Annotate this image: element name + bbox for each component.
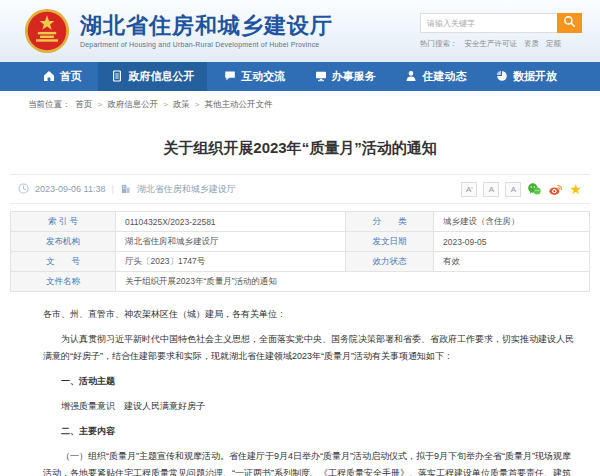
info-value-index: 01104325X/2023-22581 <box>116 212 346 232</box>
building-icon <box>120 183 131 196</box>
breadcrumb-item-other-docs[interactable]: 其他主动公开文件 <box>205 99 273 111</box>
section-heading-content: 二、主要内容 <box>43 423 578 440</box>
search-icon <box>563 15 576 31</box>
section-heading-theme: 一、活动主题 <box>43 373 578 390</box>
article-meta-bar: 2023-09-06 11:38 | 湖北省住房和城乡建设厅 A' A A ★ <box>10 174 590 204</box>
breadcrumb-item-home[interactable]: 首页 <box>76 99 93 111</box>
hot-search-label: 热门搜索： <box>420 39 458 49</box>
search-button[interactable] <box>557 13 582 33</box>
article-body: 各市、州、直管市、神农架林区住（城）建局，各有关单位： 为认真贯彻习近平新时代中… <box>0 292 600 476</box>
nav-label: 办事服务 <box>332 69 376 84</box>
publish-source: 湖北省住房和城乡建设厅 <box>137 183 236 196</box>
home-icon <box>43 70 55 84</box>
monitor-icon <box>315 70 327 84</box>
font-size-small-button[interactable]: A <box>505 182 521 197</box>
table-row: 索 引 号 01104325X/2023-22581 分 类 城乡建设（含住房） <box>11 212 590 232</box>
document-info-table: 索 引 号 01104325X/2023-22581 分 类 城乡建设（含住房）… <box>10 211 590 292</box>
breadcrumb-separator: > <box>195 100 200 109</box>
site-title-english: Department of Housing and Urban-Rural De… <box>80 41 333 48</box>
search-input[interactable] <box>420 13 557 33</box>
breadcrumb-item-gov-info[interactable]: 政府信息公开 <box>107 99 158 111</box>
font-size-large-button[interactable]: A' <box>461 182 477 197</box>
hot-search-link[interactable]: 安全生产许可证 <box>465 39 518 49</box>
weibo-icon[interactable] <box>548 182 563 197</box>
info-label-validity: 效力状态 <box>346 252 434 272</box>
nav-label: 数据开放 <box>513 69 557 84</box>
intro-paragraph: 为认真贯彻习近平新时代中国特色社会主义思想，全面落实党中央、国务院决策部署和省委… <box>43 331 578 365</box>
meta-divider: | <box>111 184 113 194</box>
table-row: 发布机构 湖北省住房和城乡建设厅 发文日期 2023-09-05 <box>11 232 590 252</box>
info-label-issue-date: 发文日期 <box>346 232 434 252</box>
wechat-icon[interactable] <box>527 182 542 197</box>
breadcrumb-separator: > <box>163 100 168 109</box>
info-value-doc-title: 关于组织开展2023年“质量月”活动的通知 <box>116 272 590 292</box>
content-paragraph: （一）组织“质量月”主题宣传和观摩活动。省住建厅于9月4日举办“质量月”活动启动… <box>43 448 578 476</box>
info-value-doc-number: 厅头〔2023〕1747号 <box>116 252 346 272</box>
theme-paragraph: 增强质量意识 建设人民满意好房子 <box>43 398 578 415</box>
chat-icon <box>224 70 236 84</box>
nav-item-gov-info[interactable]: 政府信息公开 <box>98 62 207 91</box>
nav-label: 住建动态 <box>422 69 466 84</box>
document-icon <box>111 70 123 84</box>
table-row: 文 号 厅头〔2023〕1747号 效力状态 有效 <box>11 252 590 272</box>
salutation-paragraph: 各市、州、直管市、神农架林区住（城）建局，各有关单位： <box>43 306 578 323</box>
nav-item-services[interactable]: 办事服务 <box>302 62 389 91</box>
info-value-category: 城乡建设（含住房） <box>434 212 590 232</box>
info-label-doc-title: 文件名称 <box>11 272 116 292</box>
breadcrumb-label: 当前位置： <box>28 99 71 111</box>
breadcrumb: 当前位置： 首页 > 政府信息公开 > 政策 > 其他主动公开文件 <box>0 91 600 118</box>
info-value-agency: 湖北省住房和城乡建设厅 <box>116 232 346 252</box>
hot-search-link[interactable]: 定额 <box>546 39 561 49</box>
clock-icon <box>18 183 29 196</box>
page-title: 关于组织开展2023年“质量月”活动的通知 <box>10 139 590 158</box>
info-label-agency: 发布机构 <box>11 232 116 252</box>
favorite-star-icon[interactable]: ★ <box>569 182 582 196</box>
nav-item-interaction[interactable]: 互动交流 <box>211 62 298 91</box>
font-size-medium-button[interactable]: A <box>483 182 499 197</box>
nav-item-news[interactable]: 住建动态 <box>392 62 479 91</box>
site-title: 湖北省住房和城乡建设厅 <box>80 14 333 38</box>
info-value-validity: 有效 <box>434 252 590 272</box>
info-label-index: 索 引 号 <box>11 212 116 232</box>
nav-label: 互动交流 <box>241 69 285 84</box>
info-label-category: 分 类 <box>346 212 434 232</box>
breadcrumb-separator: > <box>98 100 103 109</box>
table-row: 文件名称 关于组织开展2023年“质量月”活动的通知 <box>11 272 590 292</box>
site-header: 湖北省住房和城乡建设厅 Department of Housing and Ur… <box>0 0 600 62</box>
hot-search-link[interactable]: 资质 <box>524 39 539 49</box>
pie-chart-icon <box>496 70 508 84</box>
publish-datetime: 2023-09-06 11:38 <box>35 184 105 194</box>
nav-item-home[interactable]: 首页 <box>30 62 95 91</box>
person-icon <box>405 70 417 84</box>
main-nav: 首页 政府信息公开 互动交流 办事服务 住建动态 数据开放 <box>0 62 600 91</box>
national-emblem-logo <box>24 8 70 54</box>
info-value-issue-date: 2023-09-05 <box>434 232 590 252</box>
nav-label: 政府信息公开 <box>128 69 194 84</box>
info-label-doc-number: 文 号 <box>11 252 116 272</box>
nav-item-open-data[interactable]: 数据开放 <box>483 62 570 91</box>
nav-label: 首页 <box>60 69 82 84</box>
breadcrumb-item-policy[interactable]: 政策 <box>173 99 190 111</box>
